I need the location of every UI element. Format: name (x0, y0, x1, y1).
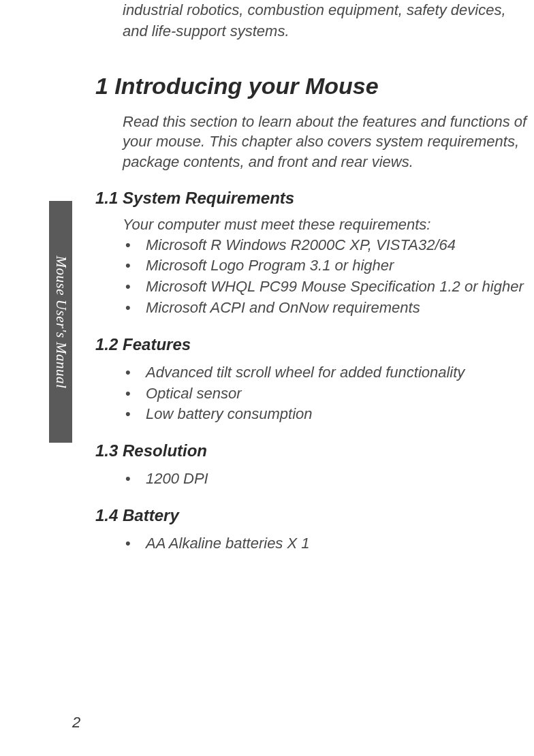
heading-battery: 1.4 Battery (95, 506, 527, 525)
side-tab: Mouse User's Manual (49, 201, 72, 443)
page-content: industrial robotics, combustion equipmen… (0, 0, 534, 554)
list-item: Advanced tilt scroll wheel for added fun… (123, 362, 527, 383)
heading-1: 1 Introducing your Mouse (95, 73, 527, 99)
intro-fragment: industrial robotics, combustion equipmen… (95, 0, 527, 42)
sysreq-intro: Your computer must meet these requiremen… (95, 216, 527, 234)
list-item: 1200 DPI (123, 469, 527, 490)
page-number: 2 (72, 714, 80, 731)
features-list: Advanced tilt scroll wheel for added fun… (95, 362, 527, 425)
list-item: Microsoft Logo Program 3.1 or higher (123, 255, 527, 277)
side-tab-label: Mouse User's Manual (52, 255, 69, 388)
list-item: Microsoft ACPI and OnNow requirements (123, 298, 527, 319)
list-item: Microsoft R Windows R2000C XP, VISTA32/6… (123, 235, 527, 256)
intro-paragraph: Read this section to learn about the fea… (95, 112, 527, 172)
list-item: AA Alkaline batteries X 1 (123, 533, 527, 554)
sysreq-list: Microsoft R Windows R2000C XP, VISTA32/6… (95, 235, 527, 319)
list-item: Optical sensor (123, 383, 527, 405)
list-item: Low battery consumption (123, 404, 527, 425)
heading-features: 1.2 Features (95, 335, 527, 354)
heading-resolution: 1.3 Resolution (95, 441, 527, 460)
heading-system-requirements: 1.1 System Requirements (95, 189, 527, 208)
resolution-list: 1200 DPI (95, 469, 527, 490)
battery-list: AA Alkaline batteries X 1 (95, 533, 527, 554)
list-item: Microsoft WHQL PC99 Mouse Specification … (123, 277, 527, 298)
